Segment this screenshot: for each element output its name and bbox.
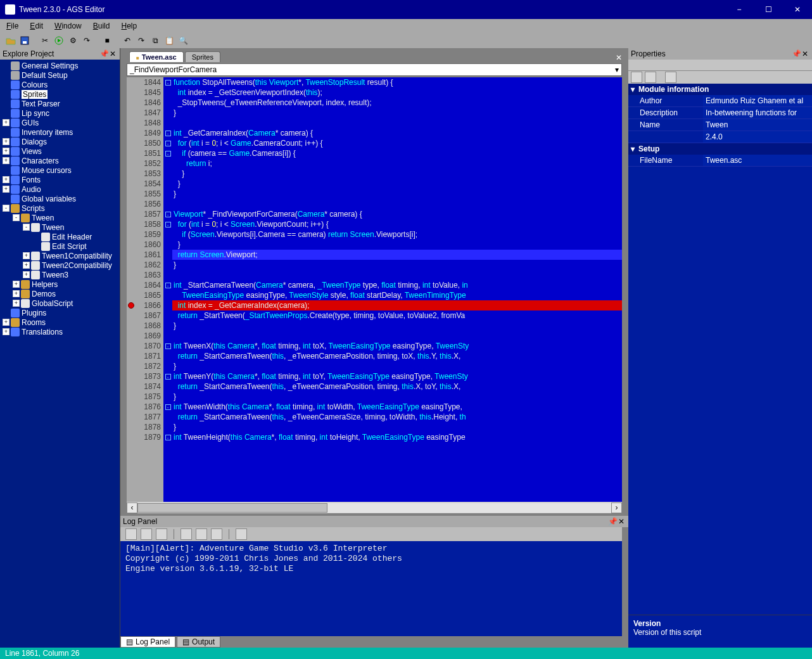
tree-node[interactable]: -Scripts: [0, 203, 120, 213]
tree-node[interactable]: +Tween1Compatibility: [0, 251, 120, 260]
toolbar: ✂ ⚙ ↷ ■ ↶ ↷ ⧉ 📋 🔍: [0, 33, 812, 48]
log-header: Log Panel 📌 ✕: [120, 516, 628, 527]
editor-tabs: Tween.ascSprites ✕: [120, 48, 628, 62]
menu-build[interactable]: Build: [93, 22, 110, 30]
menu-window[interactable]: Window: [54, 22, 82, 30]
tree-node[interactable]: +GUIs: [0, 118, 120, 127]
log-btn-2[interactable]: [141, 528, 152, 540]
menu-help[interactable]: Help: [121, 22, 137, 30]
svg-rect-1: [23, 41, 27, 44]
undo-icon[interactable]: ↶: [122, 35, 133, 46]
window-title: Tween 2.3.0 - AGS Editor: [19, 5, 725, 14]
explore-panel: Explore Project 📌 ✕ General SettingsDefa…: [0, 48, 120, 648]
log-btn-3[interactable]: [156, 528, 167, 540]
properties-panel: Properties 📌 ✕ ▾Module informationAuthor…: [628, 48, 812, 648]
editor-tab[interactable]: Tween.asc: [129, 51, 184, 62]
scroll-thumb[interactable]: [137, 503, 327, 513]
alphabetical-icon[interactable]: [645, 72, 656, 83]
pin-icon[interactable]: 📌: [99, 49, 108, 58]
close-icon[interactable]: ✕: [617, 517, 626, 526]
tree-node[interactable]: Lip sync: [0, 108, 120, 118]
properties-grid[interactable]: ▾Module informationAuthorEdmundo Ruiz Gh…: [628, 84, 812, 615]
open-icon[interactable]: [5, 35, 16, 46]
paste-icon[interactable]: 📋: [163, 35, 175, 46]
scroll-left-button[interactable]: ‹: [127, 502, 137, 513]
explore-header: Explore Project 📌 ✕: [0, 48, 120, 60]
tree-node[interactable]: +Rooms: [0, 317, 120, 327]
save-icon[interactable]: [19, 35, 30, 46]
log-tab[interactable]: ▤Output: [177, 636, 220, 648]
tree-node[interactable]: +Tween2Compatibility: [0, 260, 120, 270]
log-btn-5[interactable]: [196, 528, 207, 540]
tree-node[interactable]: General Settings: [0, 61, 120, 70]
tree-node[interactable]: Global variables: [0, 194, 120, 203]
editor-tab[interactable]: Sprites: [185, 51, 220, 62]
tree-node[interactable]: Sprites: [0, 89, 120, 99]
tree-node[interactable]: +Demos: [0, 289, 120, 298]
copy-icon[interactable]: ⧉: [149, 35, 161, 46]
log-btn-6[interactable]: [211, 528, 222, 540]
tree-node[interactable]: Edit Header: [0, 232, 120, 241]
property-row[interactable]: DescriptionIn-betweening functions for: [628, 107, 812, 119]
pin-icon[interactable]: 📌: [608, 517, 617, 526]
pin-icon[interactable]: 📌: [792, 49, 801, 58]
property-row[interactable]: NameTween: [628, 119, 812, 131]
run-icon[interactable]: [53, 35, 65, 46]
tab-close-icon[interactable]: ✕: [616, 53, 625, 62]
tree-node[interactable]: Inventory items: [0, 127, 120, 137]
tree-node[interactable]: +Views: [0, 146, 120, 156]
maximize-button[interactable]: ☐: [754, 0, 783, 19]
log-btn-7[interactable]: [236, 528, 247, 540]
tree-node[interactable]: +GlobalScript: [0, 298, 120, 308]
close-icon[interactable]: ✕: [801, 49, 809, 58]
build-icon[interactable]: ⚙: [67, 35, 79, 46]
tree-node[interactable]: +Audio: [0, 184, 120, 194]
step-icon[interactable]: ↷: [81, 35, 92, 46]
tree-node[interactable]: +Translations: [0, 327, 120, 336]
log-tab[interactable]: ▤Log Panel: [120, 636, 175, 648]
tree-node[interactable]: Plugins: [0, 308, 120, 317]
property-row[interactable]: FileNameTween.asc: [628, 155, 812, 167]
property-description: Version Version of this script: [628, 615, 812, 648]
close-icon[interactable]: ✕: [108, 49, 117, 58]
stop-icon[interactable]: ■: [101, 35, 113, 46]
cut-icon[interactable]: ✂: [39, 35, 51, 46]
categorized-icon[interactable]: [631, 72, 642, 83]
tree-node[interactable]: Text Parser: [0, 99, 120, 108]
tree-node[interactable]: +Characters: [0, 156, 120, 165]
log-btn-1[interactable]: [125, 528, 137, 540]
properties-toolbar: [628, 71, 812, 84]
menubar: File Edit Window Build Help: [0, 19, 812, 33]
tree-node[interactable]: Mouse cursors: [0, 165, 120, 175]
tree-node[interactable]: -Tween: [0, 222, 120, 232]
menu-edit[interactable]: Edit: [30, 22, 43, 30]
property-row[interactable]: 2.4.0: [628, 131, 812, 143]
minimize-button[interactable]: −: [725, 0, 754, 19]
tree-node[interactable]: +Helpers: [0, 279, 120, 289]
scroll-right-button[interactable]: ›: [611, 502, 622, 513]
close-button[interactable]: ✕: [783, 0, 812, 19]
function-combo[interactable]: _FindViewportForCamera ▾: [127, 63, 622, 76]
chevron-down-icon: ▾: [615, 65, 619, 74]
tree-node[interactable]: +Tween3: [0, 270, 120, 279]
properties-header: Properties 📌 ✕: [628, 48, 812, 60]
find-icon[interactable]: 🔍: [177, 35, 189, 46]
property-row[interactable]: AuthorEdmundo Ruiz Ghanem et al: [628, 95, 812, 107]
titlebar: Tween 2.3.0 - AGS Editor − ☐ ✕: [0, 0, 812, 19]
log-text[interactable]: [Main][Alert]: Adventure Game Studio v3.…: [120, 541, 622, 636]
redo-icon[interactable]: ↷: [136, 35, 147, 46]
tree-node[interactable]: Edit Script: [0, 241, 120, 251]
tree-node[interactable]: +Dialogs: [0, 137, 120, 146]
log-tabs: ▤Log Panel▤Output: [120, 636, 622, 648]
project-tree[interactable]: General SettingsDefault SetupColoursSpri…: [0, 60, 120, 648]
menu-file[interactable]: File: [6, 22, 18, 30]
code-editor[interactable]: 1844184518461847184818491850185118521853…: [127, 77, 622, 502]
log-btn-4[interactable]: [181, 528, 192, 540]
tree-node[interactable]: +Fonts: [0, 175, 120, 184]
tree-node[interactable]: Default Setup: [0, 70, 120, 80]
events-icon[interactable]: [665, 72, 676, 83]
horizontal-scrollbar[interactable]: ‹ ›: [127, 502, 622, 513]
tree-node[interactable]: -Tween: [0, 213, 120, 222]
tree-node[interactable]: Colours: [0, 80, 120, 89]
cursor-position: Line 1861, Column 26: [5, 649, 79, 658]
